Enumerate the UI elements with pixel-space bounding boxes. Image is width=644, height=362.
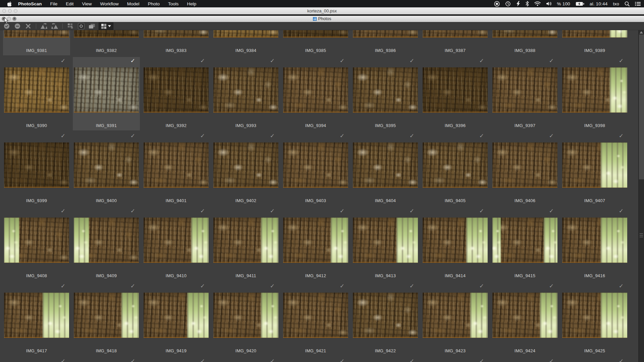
photo-cell-IMG_9391[interactable]: ✓IMG_9391 xyxy=(73,57,140,130)
photo-thumbnail[interactable] xyxy=(353,293,418,338)
apple-menu[interactable] xyxy=(7,1,12,6)
photo-cell-IMG_9392[interactable]: ✓IMG_9392 xyxy=(143,57,210,130)
photo-cell-IMG_9396[interactable]: ✓IMG_9396 xyxy=(422,57,489,130)
photo-cell-IMG_9422[interactable]: ✓IMG_9422 xyxy=(352,282,419,356)
photo-thumbnail[interactable] xyxy=(423,293,488,338)
photo-thumbnail[interactable] xyxy=(562,218,627,263)
photo-thumbnail[interactable] xyxy=(562,142,627,188)
photo-cell-IMG_9397[interactable]: ✓IMG_9397 xyxy=(491,57,558,130)
photo-thumbnail[interactable] xyxy=(353,142,418,188)
photo-thumbnail[interactable] xyxy=(144,30,209,38)
photo-cell-IMG_9395[interactable]: ✓IMG_9395 xyxy=(352,57,419,130)
photo-cell-IMG_9405[interactable]: ✓IMG_9405 xyxy=(422,132,489,205)
photo-thumbnail[interactable] xyxy=(562,293,627,338)
photo-thumbnail[interactable] xyxy=(4,218,69,263)
rotate-left-button[interactable] xyxy=(51,23,59,29)
photo-cell-IMG_9401[interactable]: ✓IMG_9401 xyxy=(143,132,210,205)
photo-cell-IMG_9403[interactable]: ✓IMG_9403 xyxy=(282,132,349,205)
photo-cell-IMG_9423[interactable]: ✓IMG_9423 xyxy=(422,282,489,356)
detail-grid-view-button[interactable] xyxy=(99,22,113,30)
photo-thumbnail[interactable] xyxy=(74,30,139,38)
scroll-up-arrow-icon[interactable] xyxy=(640,31,643,34)
photo-thumbnail[interactable] xyxy=(144,293,209,338)
photo-thumbnail[interactable] xyxy=(283,67,348,113)
photo-cell-IMG_9386[interactable]: ✓IMG_9386 xyxy=(352,30,419,55)
menu-item-workflow[interactable]: Workflow xyxy=(100,1,119,6)
vertical-scrollbar[interactable] xyxy=(638,30,644,362)
photo-thumbnail[interactable] xyxy=(283,142,348,188)
photo-thumbnail[interactable] xyxy=(492,67,557,113)
scrollbar-thumb[interactable] xyxy=(639,35,644,179)
photo-thumbnail[interactable] xyxy=(74,67,139,113)
photo-thumbnail[interactable] xyxy=(562,67,627,113)
photo-cell-IMG_9421[interactable]: ✓IMG_9421 xyxy=(282,282,349,356)
menu-item-photoscan[interactable]: PhotoScan xyxy=(18,1,42,6)
disable-minus-button[interactable] xyxy=(13,23,21,29)
wifi-icon[interactable] xyxy=(534,1,541,6)
photo-cell-IMG_9406[interactable]: ✓IMG_9406 xyxy=(491,132,558,205)
photo-thumbnail[interactable] xyxy=(492,293,557,338)
photo-cell-IMG_9410[interactable]: ✓IMG_9410 xyxy=(143,207,210,281)
photo-thumbnail[interactable] xyxy=(213,67,278,113)
photo-cell-IMG_9420[interactable]: ✓IMG_9420 xyxy=(212,282,279,356)
photo-cell-IMG_9419[interactable]: ✓IMG_9419 xyxy=(143,282,210,356)
photo-thumbnail[interactable] xyxy=(423,142,488,188)
photo-thumbnail[interactable] xyxy=(353,218,418,263)
photo-cell-IMG_9388[interactable]: ✓IMG_9388 xyxy=(491,30,558,55)
photo-thumbnail[interactable] xyxy=(283,293,348,338)
photo-cell-IMG_9390[interactable]: ✓IMG_9390 xyxy=(3,57,70,130)
photo-cell-IMG_9413[interactable]: ✓IMG_9413 xyxy=(352,207,419,281)
photo-cell-IMG_9418[interactable]: ✓IMG_9418 xyxy=(73,282,140,356)
image-view-button[interactable] xyxy=(77,23,85,29)
input-source-label[interactable]: txo xyxy=(613,1,619,6)
clock-text[interactable]: al. 10:44 xyxy=(590,1,608,6)
photo-thumbnail[interactable] xyxy=(423,30,488,38)
photo-thumbnail[interactable] xyxy=(283,218,348,263)
photo-cell-IMG_9383[interactable]: ✓IMG_9383 xyxy=(143,30,210,55)
menu-item-model[interactable]: Model xyxy=(127,1,140,6)
photo-cell-IMG_9408[interactable]: ✓IMG_9408 xyxy=(3,207,70,281)
scrollbar-grip[interactable] xyxy=(640,233,643,238)
tab-photos[interactable]: Photos xyxy=(0,16,644,21)
photo-cell-IMG_9381[interactable]: ✓IMG_9381 xyxy=(3,30,70,55)
photo-thumbnail[interactable] xyxy=(74,142,139,188)
photo-thumbnail[interactable] xyxy=(74,218,139,263)
photo-cell-IMG_9400[interactable]: ✓IMG_9400 xyxy=(73,132,140,205)
photo-thumbnail[interactable] xyxy=(4,67,69,113)
photo-thumbnail[interactable] xyxy=(492,142,557,188)
cascade-view-button[interactable] xyxy=(88,23,96,29)
photo-cell-IMG_9387[interactable]: ✓IMG_9387 xyxy=(422,30,489,55)
photo-cell-IMG_9407[interactable]: ✓IMG_9407 xyxy=(561,132,628,205)
photo-cell-IMG_9409[interactable]: ✓IMG_9409 xyxy=(73,207,140,281)
photo-cell-IMG_9398[interactable]: ✓IMG_9398 xyxy=(561,57,628,130)
remove-button[interactable] xyxy=(24,23,32,29)
menu-item-help[interactable]: Help xyxy=(187,1,196,6)
photo-cell-IMG_9414[interactable]: ✓IMG_9414 xyxy=(422,207,489,281)
photo-cell-IMG_9424[interactable]: ✓IMG_9424 xyxy=(491,282,558,356)
photo-thumbnail[interactable] xyxy=(213,30,278,38)
menu-item-photo[interactable]: Photo xyxy=(148,1,160,6)
photo-thumbnail[interactable] xyxy=(144,142,209,188)
photo-thumbnail[interactable] xyxy=(4,293,69,338)
menu-item-tools[interactable]: Tools xyxy=(168,1,179,6)
photo-cell-IMG_9394[interactable]: ✓IMG_9394 xyxy=(282,57,349,130)
photo-thumbnail[interactable] xyxy=(213,142,278,188)
photo-cell-IMG_9399[interactable]: ✓IMG_9399 xyxy=(3,132,70,205)
photo-thumbnail[interactable] xyxy=(492,218,557,263)
photo-cell-IMG_9393[interactable]: ✓IMG_9393 xyxy=(212,57,279,130)
notification-list-icon[interactable] xyxy=(635,2,641,6)
photo-thumbnail[interactable] xyxy=(492,30,557,38)
photo-thumbnail[interactable] xyxy=(353,30,418,38)
photo-cell-IMG_9385[interactable]: ✓IMG_9385 xyxy=(282,30,349,55)
rotate-right-button[interactable] xyxy=(40,23,48,29)
photo-cell-IMG_9402[interactable]: ✓IMG_9402 xyxy=(212,132,279,205)
menu-item-edit[interactable]: Edit xyxy=(66,1,73,6)
menu-item-file[interactable]: File xyxy=(50,1,58,6)
photo-thumbnail[interactable] xyxy=(353,67,418,113)
photo-cell-IMG_9412[interactable]: ✓IMG_9412 xyxy=(282,207,349,281)
photo-thumbnail[interactable] xyxy=(423,67,488,113)
photo-cell-IMG_9425[interactable]: ✓IMG_9425 xyxy=(561,282,628,356)
photo-thumbnail[interactable] xyxy=(562,30,627,38)
time-machine-icon[interactable] xyxy=(505,1,511,7)
photo-thumbnail[interactable] xyxy=(213,218,278,263)
